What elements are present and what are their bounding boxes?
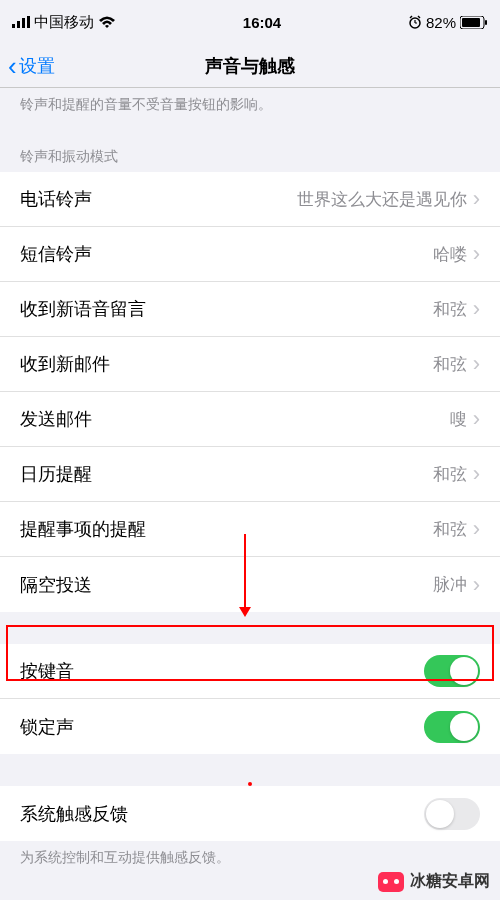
chevron-right-icon: › <box>473 186 480 212</box>
svg-line-8 <box>418 16 420 18</box>
row-item[interactable]: 日历提醒和弦› <box>0 447 500 502</box>
chevron-right-icon: › <box>473 296 480 322</box>
time-label: 16:04 <box>243 14 281 31</box>
svg-rect-1 <box>17 21 20 28</box>
row-value: 哈喽 <box>433 243 467 266</box>
page-title: 声音与触感 <box>205 54 295 78</box>
row-label: 电话铃声 <box>20 187 297 211</box>
row-value: 世界这么大还是遇见你 <box>297 188 467 211</box>
chevron-right-icon: › <box>473 516 480 542</box>
footer-note: 为系统控制和互动提供触感反馈。 <box>0 841 500 875</box>
chevron-right-icon: › <box>473 351 480 377</box>
row-label: 锁定声 <box>20 715 424 739</box>
toggle-switch[interactable] <box>424 655 480 687</box>
row-label: 短信铃声 <box>20 242 433 266</box>
row-value: 和弦 <box>433 463 467 486</box>
row-label: 收到新邮件 <box>20 352 433 376</box>
svg-rect-10 <box>462 18 480 27</box>
battery-label: 82% <box>426 14 456 31</box>
svg-rect-11 <box>485 20 487 25</box>
row-label: 收到新语音留言 <box>20 297 433 321</box>
carrier-label: 中国移动 <box>34 13 94 32</box>
toggle-haptic[interactable] <box>424 798 480 830</box>
svg-rect-0 <box>12 24 15 28</box>
row-item[interactable]: 短信铃声哈喽› <box>0 227 500 282</box>
row-item[interactable]: 收到新邮件和弦› <box>0 337 500 392</box>
row-value: 和弦 <box>433 298 467 321</box>
battery-icon <box>460 16 488 29</box>
group-note: 铃声和提醒的音量不受音量按钮的影响。 <box>0 88 500 130</box>
chevron-right-icon: › <box>473 461 480 487</box>
back-button[interactable]: ‹ 设置 <box>8 53 55 79</box>
row-value: 脉冲 <box>433 573 467 596</box>
row-label: 隔空投送 <box>20 573 433 597</box>
row-label: 系统触感反馈 <box>20 802 424 826</box>
haptic-list: 系统触感反馈 <box>0 786 500 841</box>
row-value: 和弦 <box>433 518 467 541</box>
row-toggle[interactable]: 锁定声 <box>0 699 500 754</box>
group-header: 铃声和振动模式 <box>0 130 500 172</box>
watermark-text: 冰糖安卓网 <box>410 871 490 892</box>
watermark: 冰糖安卓网 <box>378 871 490 892</box>
row-label: 按键音 <box>20 659 424 683</box>
row-item[interactable]: 电话铃声世界这么大还是遇见你› <box>0 172 500 227</box>
toggle-list: 按键音锁定声 <box>0 644 500 754</box>
nav-bar: ‹ 设置 声音与触感 <box>0 44 500 88</box>
row-item[interactable]: 收到新语音留言和弦› <box>0 282 500 337</box>
row-label: 发送邮件 <box>20 407 450 431</box>
watermark-icon <box>378 872 404 892</box>
svg-rect-2 <box>22 18 25 28</box>
row-item[interactable]: 提醒事项的提醒和弦› <box>0 502 500 557</box>
row-item[interactable]: 发送邮件嗖› <box>0 392 500 447</box>
row-haptic[interactable]: 系统触感反馈 <box>0 786 500 841</box>
svg-rect-3 <box>27 16 30 28</box>
ringtone-list: 电话铃声世界这么大还是遇见你›短信铃声哈喽›收到新语音留言和弦›收到新邮件和弦›… <box>0 172 500 612</box>
row-item[interactable]: 隔空投送脉冲› <box>0 557 500 612</box>
annotation-dot <box>248 782 252 786</box>
chevron-left-icon: ‹ <box>8 53 17 79</box>
row-label: 提醒事项的提醒 <box>20 517 433 541</box>
row-label: 日历提醒 <box>20 462 433 486</box>
chevron-right-icon: › <box>473 406 480 432</box>
row-toggle[interactable]: 按键音 <box>0 644 500 699</box>
row-value: 嗖 <box>450 408 467 431</box>
chevron-right-icon: › <box>473 572 480 598</box>
signal-icon <box>12 16 30 28</box>
row-value: 和弦 <box>433 353 467 376</box>
chevron-right-icon: › <box>473 241 480 267</box>
status-bar: 中国移动 16:04 82% <box>0 0 500 44</box>
alarm-icon <box>408 15 422 29</box>
back-label: 设置 <box>19 54 55 78</box>
wifi-icon <box>98 16 116 29</box>
svg-line-7 <box>410 16 412 18</box>
annotation-arrow <box>244 534 246 609</box>
toggle-switch[interactable] <box>424 711 480 743</box>
